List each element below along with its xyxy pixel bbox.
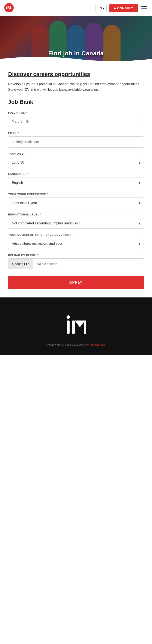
file-name-display: No file chosen	[33, 258, 144, 269]
age-label: YOUR AGE *	[8, 152, 144, 155]
copyright-text: © Copyright © 2016-2024 Dev by Gabriela …	[46, 343, 106, 348]
main-content: Discover careers opportunities Develop a…	[0, 63, 152, 298]
lang-label: EN	[98, 6, 102, 10]
svg-point-2	[66, 316, 70, 319]
education-level-select[interactable]: Not completed secondary (implies inadmis…	[8, 218, 144, 229]
hamburger-line-2	[141, 8, 147, 8]
education-level-select-wrapper: Not completed secondary (implies inadmis…	[8, 218, 144, 229]
education-level-group: EDUCATIONAL LEVEL * Not completed second…	[8, 213, 144, 229]
description-text: Develop all your full potential in Canad…	[8, 81, 144, 92]
apply-button[interactable]: APPLY	[8, 276, 144, 289]
age-select-wrapper: 18 to 30 31 to 45 46 to 60 60+ ▾	[8, 157, 144, 168]
consult-button[interactable]: A CONSULT	[109, 4, 138, 12]
full-name-input[interactable]	[8, 116, 144, 127]
hamburger-line-3	[141, 10, 147, 10]
header: iM EN ▾ A CONSULT	[0, 0, 152, 16]
hero-wave	[0, 55, 152, 63]
discover-underline: Discover	[8, 71, 32, 77]
header-controls: EN ▾ A CONSULT	[95, 4, 148, 12]
email-input[interactable]	[8, 136, 144, 148]
hero-section: Find job in Canada	[0, 16, 152, 63]
footer-logo	[63, 314, 89, 337]
domain-select[interactable]: Arts, culture, recreation, and sport Bus…	[8, 238, 144, 249]
svg-rect-4	[72, 320, 75, 334]
menu-button[interactable]	[140, 5, 148, 11]
svg-rect-3	[67, 320, 69, 334]
hamburger-line-1	[141, 6, 147, 7]
age-select[interactable]: 18 to 30 31 to 45 46 to 60 60+	[8, 157, 144, 168]
upload-cv-group: UPLOAD CV IN PDF * Choose File No file c…	[8, 254, 144, 269]
work-experience-select-wrapper: Less than 1 year 1-3 years 3-5 years 5+ …	[8, 198, 144, 208]
svg-marker-5	[75, 320, 80, 327]
work-experience-label: YOUR WORK EXPERIENCE *	[8, 193, 144, 196]
email-group: EMAIL *	[8, 132, 144, 148]
age-group: YOUR AGE * 18 to 30 31 to 45 46 to 60 60…	[8, 152, 144, 168]
logo: iM	[4, 3, 14, 13]
languages-group: LANGUAGES * English French Spanish Other…	[8, 172, 144, 188]
domain-select-wrapper: Arts, culture, recreation, and sport Bus…	[8, 238, 144, 249]
file-upload-wrapper: Choose File No file chosen	[8, 258, 144, 269]
svg-rect-7	[84, 320, 86, 334]
work-experience-select[interactable]: Less than 1 year 1-3 years 3-5 years 5+ …	[8, 198, 144, 208]
email-label: EMAIL *	[8, 132, 144, 135]
section-title: Job Bank	[8, 99, 144, 105]
language-selector[interactable]: EN ▾	[95, 5, 106, 11]
author-link[interactable]: Gabriela Little	[89, 343, 106, 346]
full-name-label: FULL NAME *	[8, 111, 144, 114]
lang-chevron-icon: ▾	[103, 6, 104, 10]
footer-logo-svg	[63, 314, 89, 336]
education-level-label: EDUCATIONAL LEVEL *	[8, 213, 144, 216]
languages-select[interactable]: English French Spanish Other	[8, 177, 144, 188]
footer: © Copyright © 2016-2024 Dev by Gabriela …	[0, 298, 152, 355]
discover-heading: Discover careers opportunities	[8, 71, 144, 78]
domain-label: YOUR DOMAIN OF EXPERIENCE/EDUCATION *	[8, 234, 144, 236]
languages-label: LANGUAGES *	[8, 172, 144, 176]
work-experience-group: YOUR WORK EXPERIENCE * Less than 1 year …	[8, 193, 144, 208]
job-bank-form: FULL NAME * EMAIL * YOUR AGE * 18 to 30 …	[8, 111, 144, 289]
full-name-group: FULL NAME *	[8, 111, 144, 127]
svg-text:iM: iM	[6, 5, 11, 10]
discover-suffix: careers opportunities	[32, 71, 90, 77]
languages-select-wrapper: English French Spanish Other ▾	[8, 177, 144, 188]
copyright-prefix: © Copyright © 2016-2024 Dev by	[46, 343, 88, 346]
domain-group: YOUR DOMAIN OF EXPERIENCE/EDUCATION * Ar…	[8, 234, 144, 249]
choose-file-button[interactable]: Choose File	[8, 258, 33, 269]
upload-cv-label: UPLOAD CV IN PDF *	[8, 254, 144, 257]
